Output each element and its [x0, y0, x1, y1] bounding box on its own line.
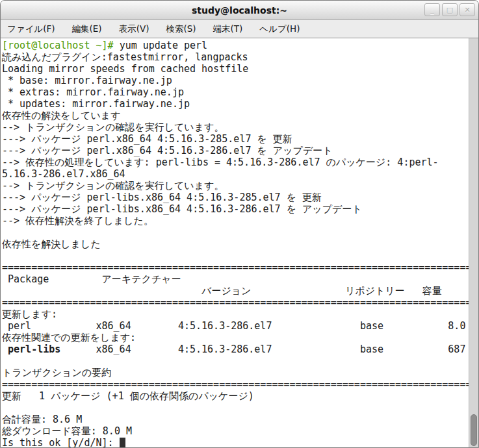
terminal-area[interactable]: [root@localhost ~]# yum update perl読み込んだ…	[1, 38, 478, 448]
terminal-line: --> 依存性の処理をしています: perl-libs = 4:5.16.3-2…	[2, 156, 478, 168]
maximize-button[interactable]: □	[442, 3, 458, 16]
terminal-line: トランザクションの要約	[2, 367, 478, 379]
terminal-line: 総ダウンロード容量: 8.0 M	[2, 425, 478, 437]
terminal-line: 合計容量: 8.6 M	[2, 414, 478, 425]
terminal-line: バージョン リポジトリー 容量	[2, 285, 478, 297]
terminal-line: * updates: mirror.fairway.ne.jp	[2, 98, 478, 110]
terminal-line: 依存性の解決をしています	[2, 110, 478, 121]
scrollbar-thumb[interactable]	[471, 414, 477, 446]
terminal-line: ========================================…	[2, 297, 478, 308]
terminal-line: Loading mirror speeds from cached hostfi…	[2, 63, 478, 75]
close-button[interactable]: ✕	[460, 3, 475, 16]
terminal-line: 更新します:	[2, 308, 478, 320]
menu-help[interactable]: ヘルプ(H)	[259, 21, 300, 37]
minimize-icon: _	[430, 6, 434, 14]
terminal-line	[2, 402, 478, 414]
menu-file[interactable]: ファイル(F)	[7, 21, 55, 37]
terminal-window: study@localhost:~ _ □ ✕ ファイル(F) 編集(E) 表示…	[0, 0, 479, 448]
terminal-output: [root@localhost ~]# yum update perl読み込んだ…	[1, 38, 478, 448]
terminal-line: ---> パッケージ perl.x86_64 4:5.16.3-286.el7 …	[2, 145, 478, 156]
terminal-line: 5.16.3-286.el7.x86_64	[2, 168, 478, 180]
menu-edit[interactable]: 編集(E)	[72, 21, 102, 37]
window-controls: _ □ ✕	[424, 3, 475, 16]
terminal-line: --> トランザクションの確認を実行しています。	[2, 121, 478, 133]
terminal-line: 依存性関連での更新をします:	[2, 332, 478, 343]
terminal-line: * extras: mirror.fairway.ne.jp	[2, 86, 478, 98]
terminal-line	[2, 250, 478, 262]
terminal-line: ---> パッケージ perl.x86_64 4:5.16.3-285.el7 …	[2, 133, 478, 145]
terminal-line: Is this ok [y/d/N]:	[2, 437, 478, 448]
terminal-line: ========================================…	[2, 379, 478, 390]
menu-terminal[interactable]: 端末(T)	[213, 21, 243, 37]
menubar: ファイル(F) 編集(E) 表示(V) 検索(S) 端末(T) ヘルプ(H)	[1, 20, 478, 38]
terminal-line: [root@localhost ~]# yum update perl	[2, 40, 478, 51]
maximize-icon: □	[447, 6, 453, 14]
minimize-button[interactable]: _	[424, 3, 440, 16]
terminal-line: 依存性を解決しました	[2, 238, 478, 250]
terminal-line: * base: mirror.fairway.ne.jp	[2, 75, 478, 86]
terminal-cursor	[120, 438, 125, 447]
scrollbar[interactable]	[469, 38, 478, 448]
terminal-line	[2, 355, 478, 367]
terminal-line	[2, 227, 478, 238]
terminal-line: ========================================…	[2, 262, 478, 273]
terminal-line: --> 依存性解決を終了しました。	[2, 215, 478, 227]
close-icon: ✕	[464, 6, 470, 14]
terminal-line: perl x86_64 4:5.16.3-286.el7 base 8.0 M	[2, 320, 478, 332]
titlebar[interactable]: study@localhost:~ _ □ ✕	[1, 1, 478, 20]
terminal-line: Package アーキテクチャー	[2, 273, 478, 285]
menu-view[interactable]: 表示(V)	[119, 21, 149, 37]
window-title: study@localhost:~	[192, 5, 287, 16]
terminal-line: --> トランザクションの確認を実行しています。	[2, 180, 478, 192]
menu-search[interactable]: 検索(S)	[166, 21, 196, 37]
terminal-line: ---> パッケージ perl-libs.x86_64 4:5.16.3-286…	[2, 203, 478, 215]
terminal-line: 読み込んだプラグイン:fastestmirror, langpacks	[2, 51, 478, 63]
terminal-line: perl-libs x86_64 4:5.16.3-286.el7 base 6…	[2, 343, 478, 355]
terminal-line: ---> パッケージ perl-libs.x86_64 4:5.16.3-285…	[2, 192, 478, 203]
terminal-line: 更新 1 パッケージ (+1 個の依存関係のパッケージ)	[2, 390, 478, 402]
